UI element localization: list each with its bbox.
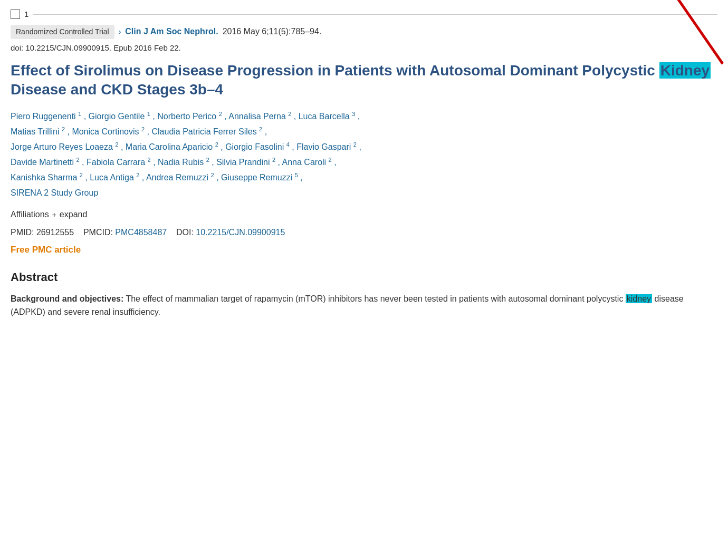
study-group-link[interactable]: SIRENA 2 Study Group	[11, 188, 98, 197]
affiliations-row: Affiliations + expand	[11, 208, 717, 221]
checkbox[interactable]	[11, 9, 20, 19]
pmid-label: PMID:	[11, 228, 34, 237]
author-norberto-perico[interactable]: Norberto Perico	[157, 112, 216, 121]
doi-link[interactable]: 10.2215/CJN.09900915	[196, 228, 285, 237]
author-maria-carolina-aparicio[interactable]: Maria Carolina Aparicio	[126, 142, 213, 151]
doi-line: doi: 10.2215/CJN.09900915. Epub 2016 Feb…	[11, 42, 717, 54]
abstract-background-label: Background and objectives:	[11, 294, 123, 303]
author-piero-ruggenenti[interactable]: Piero Ruggenenti	[11, 112, 76, 121]
title-highlight: Kidney	[659, 62, 711, 79]
title-before-highlight: Effect of Sirolimus on Disease Progressi…	[11, 62, 659, 79]
pmcid-link[interactable]: PMC4858487	[115, 228, 167, 237]
author-kanishka-sharma[interactable]: Kanishka Sharma	[11, 173, 77, 182]
divider	[33, 14, 717, 15]
article-title: Effect of Sirolimus on Disease Progressi…	[11, 61, 717, 100]
author-fabiola-carrara[interactable]: Fabiola Carrara	[87, 158, 145, 167]
author-andrea-remuzzi[interactable]: Andrea Remuzzi	[146, 173, 208, 182]
author-monica-cortinovis[interactable]: Monica Cortinovis	[72, 127, 139, 136]
abstract-kidney-highlight: kidney	[626, 294, 652, 303]
expand-link[interactable]: expand	[60, 208, 88, 221]
journal-link[interactable]: Clin J Am Soc Nephrol.	[125, 25, 218, 38]
author-flavio-gaspari[interactable]: Flavio Gaspari	[296, 142, 351, 151]
author-matias-trillini[interactable]: Matias Trillini	[11, 127, 59, 136]
author-jorge-reyes-loaeza[interactable]: Jorge Arturo Reyes Loaeza	[11, 142, 113, 151]
abstract-section: Abstract Background and objectives: The …	[11, 268, 717, 319]
author-claudia-ferrer-siles[interactable]: Claudia Patricia Ferrer Siles	[151, 127, 256, 136]
article-meta: Randomized Controlled Trial › Clin J Am …	[11, 25, 717, 39]
author-anna-caroli[interactable]: Anna Caroli	[282, 158, 327, 167]
abstract-background: Background and objectives: The effect of…	[11, 292, 717, 319]
abstract-title: Abstract	[11, 268, 717, 286]
author-giorgio-fasolini[interactable]: Giorgio Fasolini	[225, 142, 284, 151]
author-annalisa-perna[interactable]: Annalisa Perna	[228, 112, 286, 121]
author-luca-antiga[interactable]: Luca Antiga	[90, 173, 134, 182]
affiliations-label: Affiliations	[11, 208, 49, 221]
free-pmc-link[interactable]: Free PMC article	[11, 243, 717, 257]
chevron-right-icon: ›	[119, 26, 121, 37]
title-after-highlight: Disease and CKD Stages 3b–4	[11, 81, 223, 98]
doi-label: DOI:	[176, 228, 194, 237]
article-type-badge[interactable]: Randomized Controlled Trial	[11, 25, 114, 39]
item-number: 1	[24, 8, 28, 21]
abstract-background-text: The effect of mammalian target of rapamy…	[123, 294, 626, 303]
author-silvia-prandini[interactable]: Silvia Prandini	[216, 158, 270, 167]
plus-icon: +	[52, 209, 56, 220]
author-nadia-rubis[interactable]: Nadia Rubis	[158, 158, 204, 167]
authors-section: Piero Ruggenenti 1 , Giorgio Gentile 1 ,…	[11, 109, 717, 201]
ids-row: PMID: 26912555 PMCID: PMC4858487 DOI: 10…	[11, 226, 717, 239]
publication-info: 2016 May 6;11(5):785–94.	[223, 25, 322, 38]
pmid-value: 26912555	[36, 228, 74, 237]
checkbox-item[interactable]: 1	[11, 8, 28, 21]
author-giuseppe-remuzzi[interactable]: Giuseppe Remuzzi	[221, 173, 292, 182]
pmcid-label: PMCID:	[83, 228, 113, 237]
author-luca-barcella[interactable]: Luca Barcella	[299, 112, 350, 121]
author-giorgio-gentile[interactable]: Giorgio Gentile	[89, 112, 145, 121]
author-davide-martinetti[interactable]: Davide Martinetti	[11, 158, 74, 167]
